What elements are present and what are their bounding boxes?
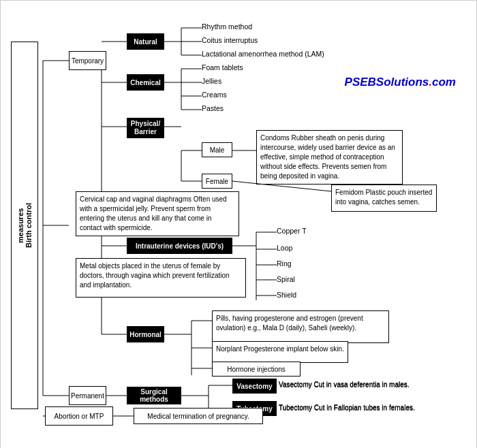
abortion-mtp-box: Abortion or MTP [45,406,113,426]
spiral: Spiral [277,275,295,283]
surgical-methods-box: Surgical methods [127,387,181,404]
jellies: Jellies [202,77,221,85]
tubectomy-full-desc: Tubectomy Cut in Fallopian tubes in fema… [279,404,435,413]
page-container: Birth control measures Temporary Natural… [0,0,477,448]
natural-box: Natural [127,33,164,50]
chemical-box: Chemical [127,74,164,91]
pills-desc-box: Pills, having progesterone and estrogen … [212,310,389,343]
ring: Ring [277,259,292,268]
lam: Lactational amenorrhea method (LAM) [202,50,324,58]
birth-control-main-box: Birth control measures [11,42,38,409]
temporary-box: Temporary [69,51,106,70]
copper-t: Copper T [277,227,307,235]
condoms-desc-box: Condoms Rubber sheath on penis during in… [256,130,403,185]
vasectomy-box: Vasectomy [232,379,277,394]
foam-tablets: Foam tablets [202,63,243,71]
female-box: Female [202,174,232,189]
permanent-box: Permanent [69,386,106,405]
physical-barrier-box: Physical/ Barrier [127,118,164,138]
medical-termination-box: Medical termination of pregnancy. [134,408,263,424]
male-box: Male [202,142,232,157]
vasectomy-full-desc: Vasectomy Cut in vasa deferentia in male… [279,381,435,389]
diagram: Birth control measures Temporary Natural… [7,7,470,442]
iud-box: Intrauterine devices (IUD's) [127,238,232,254]
norplant-desc-box: Norplant Progesterone implant below skin… [212,341,348,363]
creams: Creams [202,91,227,99]
coitus-interruptus: Coitus interruptus [202,36,258,44]
pseb-logo: PSEBSolutions.com [345,76,456,89]
rhythm-method: Rhythm method [202,22,252,31]
hormonal-box: Hormonal [127,326,164,342]
femidom-desc-box: Femidom Plastic pouch inserted into vagi… [331,185,437,212]
pastes: Pastes [202,104,224,112]
cervical-cap-desc-box: Cervical cap and vaginal diaphragms Ofte… [76,191,239,236]
iud-desc-box: Metal objects placed in the uterus of fe… [76,258,246,298]
shield: Shield [277,291,296,299]
hormone-injections-box: Hormone injections [212,362,301,377]
loop: Loop [277,244,292,252]
